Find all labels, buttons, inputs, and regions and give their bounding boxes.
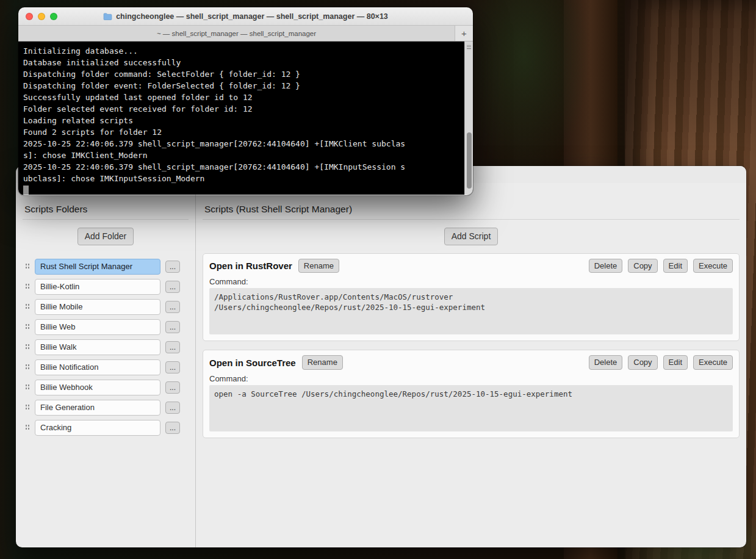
separator <box>203 219 740 220</box>
terminal-lines: Initializing database... Database initia… <box>23 45 461 184</box>
folders-panel-heading: Scripts Folders <box>24 204 189 215</box>
folders-panel: Scripts Folders Add Folder ... <box>16 183 196 547</box>
scripts-panel-heading: Scripts (Rust Shell Script Manager) <box>204 204 740 215</box>
desktop-background: Shell Script Managers Scripts Folders Ad… <box>0 0 756 559</box>
terminal-line: Loading related scripts <box>23 115 461 126</box>
add-script-button[interactable]: Add Script <box>444 228 499 245</box>
folder-list-item: ... <box>23 380 189 395</box>
folder-more-button[interactable]: ... <box>165 301 180 313</box>
separator <box>23 219 189 220</box>
drag-handle-icon[interactable] <box>25 384 30 391</box>
delete-button[interactable]: Delete <box>589 259 623 273</box>
script-title: Open in RustRover <box>209 261 292 271</box>
folder-list-item: ... <box>23 319 189 335</box>
app-window: Shell Script Managers Scripts Folders Ad… <box>16 166 746 547</box>
app-window-body: Scripts Folders Add Folder ... <box>16 183 746 547</box>
folder-name-input[interactable] <box>35 420 160 436</box>
folder-proxy-icon <box>103 13 112 20</box>
terminal-tab-title: ~ — shell_script_manager — shell_script_… <box>157 30 316 37</box>
folder-name-input[interactable] <box>35 359 160 375</box>
script-card: Open in RustRover Rename Delete Copy Edi… <box>203 253 740 342</box>
folder-more-button[interactable]: ... <box>165 341 180 353</box>
folder-list-item: ... <box>23 299 189 315</box>
execute-button[interactable]: Execute <box>693 355 733 370</box>
edit-button[interactable]: Edit <box>663 259 688 273</box>
terminal-window-title: chingcheonglee — shell_script_manager — … <box>116 12 388 21</box>
terminal-titlebar[interactable]: chingcheonglee — shell_script_manager — … <box>18 7 473 26</box>
script-actions: Delete Copy Edit Execute <box>589 259 733 273</box>
scrollbar-menu-icon[interactable] <box>466 43 472 51</box>
folder-list-item: ... <box>23 279 189 295</box>
folder-name-input[interactable] <box>35 299 160 315</box>
terminal-line: Found 2 scripts for folder 12 <box>23 126 461 138</box>
terminal-window: chingcheonglee — shell_script_manager — … <box>18 7 473 195</box>
folder-more-button[interactable]: ... <box>165 361 180 373</box>
folder-more-button[interactable]: ... <box>165 281 180 293</box>
terminal-line: Successfully updated last opened folder … <box>23 92 461 103</box>
drag-handle-icon[interactable] <box>25 283 30 290</box>
terminal-line: Database initialized successfully <box>23 57 461 68</box>
command-label: Command: <box>209 277 733 286</box>
folder-name-input[interactable] <box>35 259 160 275</box>
folder-more-button[interactable]: ... <box>165 261 180 273</box>
terminal-scrollbar-track[interactable] <box>464 41 473 195</box>
drag-handle-icon[interactable] <box>25 344 30 350</box>
copy-button[interactable]: Copy <box>628 355 657 370</box>
command-label: Command: <box>209 374 733 383</box>
drag-handle-icon[interactable] <box>25 323 30 330</box>
rename-button[interactable]: Rename <box>298 259 339 273</box>
folder-name-input[interactable] <box>35 339 160 355</box>
delete-button[interactable]: Delete <box>589 355 623 370</box>
terminal-tab[interactable]: ~ — shell_script_manager — shell_script_… <box>18 26 455 41</box>
traffic-lights <box>18 13 57 20</box>
command-textarea[interactable] <box>209 288 733 334</box>
drag-handle-icon[interactable] <box>25 424 30 431</box>
terminal-line: Dispatching folder command: SelectFolder… <box>23 68 461 80</box>
terminal-line: Folder selected event received for folde… <box>23 103 461 115</box>
command-textarea[interactable] <box>209 385 733 431</box>
folder-list-item: ... <box>23 339 189 355</box>
copy-button[interactable]: Copy <box>628 259 657 273</box>
minimize-button[interactable] <box>38 13 45 20</box>
edit-button[interactable]: Edit <box>663 355 688 370</box>
script-card-header: Open in SourceTree Rename Delete Copy Ed… <box>209 355 733 370</box>
tree-trunk-icon <box>0 0 16 559</box>
rename-button[interactable]: Rename <box>302 355 343 370</box>
folder-more-button[interactable]: ... <box>165 422 180 434</box>
folder-name-input[interactable] <box>35 319 160 335</box>
script-card-header: Open in RustRover Rename Delete Copy Edi… <box>209 259 733 273</box>
add-folder-button[interactable]: Add Folder <box>77 228 134 245</box>
terminal-line: 2025-10-25 22:40:06.379 shell_script_man… <box>23 161 461 173</box>
drag-handle-icon[interactable] <box>25 263 30 270</box>
drag-handle-icon[interactable] <box>25 404 30 411</box>
drag-handle-icon[interactable] <box>25 303 30 310</box>
terminal-cursor <box>23 186 29 195</box>
script-card: Open in SourceTree Rename Delete Copy Ed… <box>203 350 740 438</box>
folder-more-button[interactable]: ... <box>165 321 180 333</box>
folder-list-item: ... <box>23 420 189 436</box>
script-title: Open in SourceTree <box>209 358 296 368</box>
terminal-tabbar: ~ — shell_script_manager — shell_script_… <box>18 26 473 41</box>
folder-more-button[interactable]: ... <box>165 381 180 394</box>
folder-name-input[interactable] <box>35 279 160 295</box>
folder-name-input[interactable] <box>35 380 160 395</box>
folder-more-button[interactable]: ... <box>165 402 180 414</box>
folder-list-item: ... <box>23 259 189 275</box>
zoom-button[interactable] <box>50 13 57 20</box>
folder-name-input[interactable] <box>35 400 160 416</box>
terminal-output[interactable]: Initializing database... Database initia… <box>18 41 473 195</box>
terminal-line: Initializing database... <box>23 45 461 57</box>
script-actions: Delete Copy Edit Execute <box>589 355 733 370</box>
scripts-panel: Scripts (Rust Shell Script Manager) Add … <box>196 183 746 547</box>
folder-list: ... ... ... <box>23 259 189 436</box>
execute-button[interactable]: Execute <box>693 259 733 273</box>
drag-handle-icon[interactable] <box>25 364 30 370</box>
terminal-line: ubclass]: chose IMKInputSession_Modern <box>23 173 461 184</box>
terminal-line: s]: chose IMKClient_Modern <box>23 150 461 161</box>
new-tab-button[interactable]: + <box>455 26 473 41</box>
terminal-line: 2025-10-25 22:40:06.379 shell_script_man… <box>23 138 461 150</box>
folder-list-item: ... <box>23 400 189 416</box>
terminal-scrollbar-thumb[interactable] <box>467 132 472 189</box>
close-button[interactable] <box>26 13 33 20</box>
folder-list-item: ... <box>23 359 189 375</box>
